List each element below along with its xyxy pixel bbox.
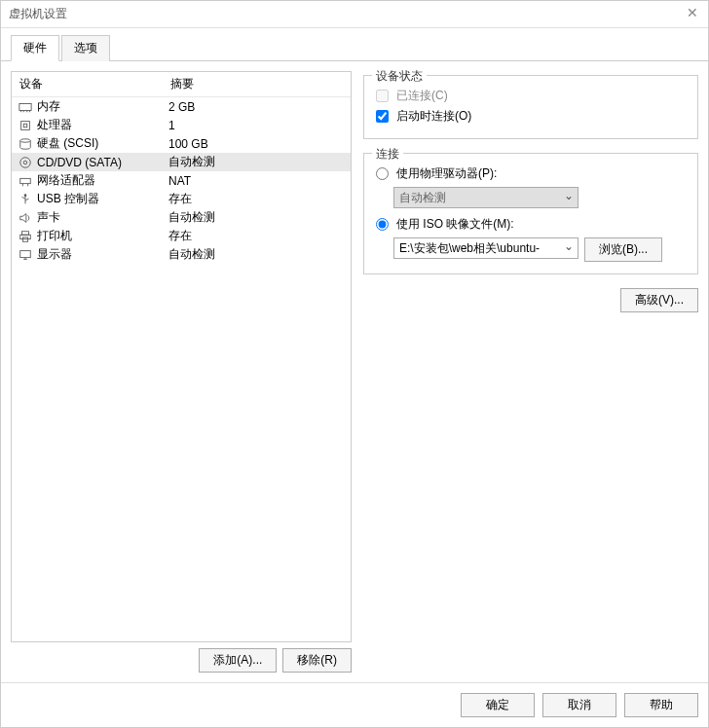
device-name: CD/DVD (SATA) [37,156,168,169]
svg-rect-10 [20,178,31,183]
vm-settings-window: 虚拟机设置 ✕ 硬件 选项 设备 摘要 内存2 GB处理器1硬盘 (SCSI)1… [0,0,709,728]
ok-button[interactable]: 确定 [461,693,535,717]
header-summary: 摘要 [170,76,194,92]
hardware-row-cpu[interactable]: 处理器1 [12,116,351,134]
bottom-bar: 确定 取消 帮助 [1,682,708,727]
physical-drive-label: 使用物理驱动器(P): [396,165,497,182]
svg-rect-0 [19,103,31,110]
device-name: 声卡 [37,209,168,226]
cpu-icon [18,118,33,133]
cancel-button[interactable]: 取消 [542,693,616,717]
tab-hardware[interactable]: 硬件 [11,35,59,61]
physical-drive-select[interactable]: 自动检测 [393,187,578,208]
window-title: 虚拟机设置 [9,6,67,22]
svg-rect-6 [23,124,27,127]
device-summary: 存在 [168,191,345,207]
iso-select-row: E:\安装包\web相关\ubuntu- 浏览(B)... [393,237,686,262]
advanced-button[interactable]: 高级(V)... [620,288,698,312]
hardware-row-sound[interactable]: 声卡自动检测 [12,208,351,227]
disk-icon [18,136,33,152]
header-device: 设备 [19,76,170,92]
printer-icon [18,229,33,244]
physical-drive-radio[interactable] [376,167,389,180]
remove-button[interactable]: 移除(R) [282,648,352,673]
svg-rect-18 [20,250,31,257]
device-summary: 自动检测 [168,209,345,226]
device-summary: 2 GB [168,100,345,114]
help-button[interactable]: 帮助 [624,693,698,717]
connected-checkbox-row[interactable]: 已连接(C) [376,86,686,106]
iso-radio[interactable] [376,218,389,231]
sound-icon [18,210,33,226]
connection-group: 连接 使用物理驱动器(P): 自动检测 使用 ISO 映像文件(M): E:\安… [363,153,698,274]
usb-icon [18,192,33,207]
svg-point-7 [20,138,31,142]
nic-icon [18,173,33,189]
svg-rect-5 [21,121,30,129]
iso-path-select[interactable]: E:\安装包\web相关\ubuntu- [393,237,578,259]
detail-panel: 设备状态 已连接(C) 启动时连接(O) 连接 使用物理驱动器(P): 自动检测 [363,71,698,673]
poweron-checkbox[interactable] [376,110,389,123]
connected-label: 已连接(C) [396,88,448,104]
device-name: 硬盘 (SCSI) [37,135,168,152]
svg-point-8 [20,157,31,167]
iso-label: 使用 ISO 映像文件(M): [396,216,514,233]
device-name: 显示器 [37,246,168,263]
content-area: 设备 摘要 内存2 GB处理器1硬盘 (SCSI)100 GBCD/DVD (S… [1,61,708,682]
hardware-row-memory[interactable]: 内存2 GB [12,97,351,116]
device-name: 处理器 [37,117,168,133]
cd-icon [18,155,33,170]
hardware-row-nic[interactable]: 网络适配器NAT [12,171,351,190]
connection-title: 连接 [372,146,403,163]
hardware-row-usb[interactable]: USB 控制器存在 [12,190,351,208]
device-name: 网络适配器 [37,172,168,189]
physical-drive-select-row: 自动检测 [393,187,686,208]
tab-strip: 硬件 选项 [1,28,708,61]
device-summary: 自动检测 [168,246,345,263]
connected-checkbox[interactable] [376,90,389,102]
svg-point-9 [23,161,27,164]
iso-radio-row[interactable]: 使用 ISO 映像文件(M): [376,214,686,235]
device-summary: 自动检测 [168,154,345,170]
browse-button[interactable]: 浏览(B)... [584,237,662,262]
hardware-list: 设备 摘要 内存2 GB处理器1硬盘 (SCSI)100 GBCD/DVD (S… [11,71,352,642]
tab-options[interactable]: 选项 [61,35,110,61]
hardware-row-cd[interactable]: CD/DVD (SATA)自动检测 [12,153,351,171]
titlebar: 虚拟机设置 ✕ [1,1,708,28]
device-status-title: 设备状态 [372,68,427,85]
device-status-group: 设备状态 已连接(C) 启动时连接(O) [363,75,698,139]
advanced-row: 高级(V)... [363,288,698,312]
device-summary: 1 [168,119,345,132]
hardware-row-disk[interactable]: 硬盘 (SCSI)100 GB [12,134,351,153]
device-summary: 存在 [168,228,345,244]
list-buttons: 添加(A)... 移除(R) [11,648,352,673]
hardware-row-display[interactable]: 显示器自动检测 [12,245,351,264]
device-name: 打印机 [37,228,168,244]
hardware-row-printer[interactable]: 打印机存在 [12,227,351,245]
svg-rect-15 [22,231,29,235]
device-name: 内存 [37,98,168,115]
poweron-label: 启动时连接(O) [396,108,471,125]
add-button[interactable]: 添加(A)... [199,648,277,673]
hardware-list-header: 设备 摘要 [12,72,351,97]
device-name: USB 控制器 [37,191,168,207]
memory-icon [18,99,33,115]
device-summary: 100 GB [168,137,345,151]
device-summary: NAT [168,174,345,188]
poweron-checkbox-row[interactable]: 启动时连接(O) [376,106,686,127]
physical-drive-radio-row[interactable]: 使用物理驱动器(P): [376,164,686,184]
close-icon[interactable]: ✕ [687,5,698,20]
display-icon [18,247,33,263]
hardware-panel: 设备 摘要 内存2 GB处理器1硬盘 (SCSI)100 GBCD/DVD (S… [11,71,352,673]
